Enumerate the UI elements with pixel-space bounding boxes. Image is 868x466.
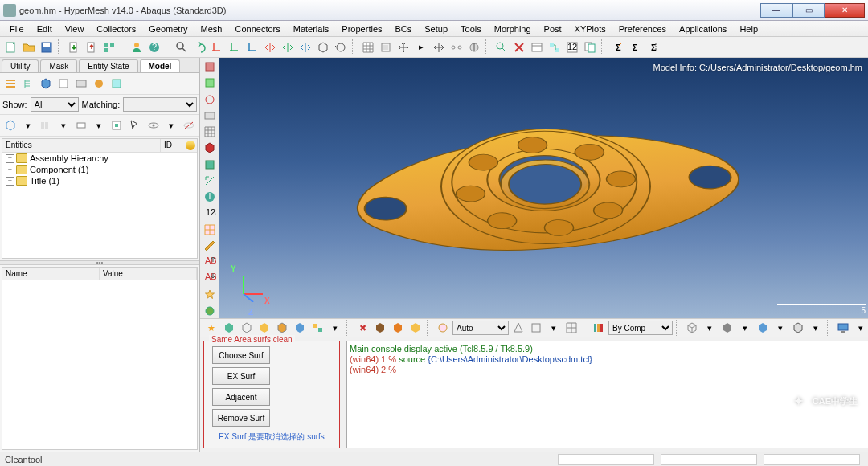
chevron-down-icon[interactable]: ▾: [163, 117, 179, 133]
tab-model[interactable]: Model: [140, 59, 181, 72]
chevron-down-icon[interactable]: ▾: [702, 320, 718, 336]
display-wire-icon[interactable]: [239, 320, 255, 336]
menu-bcs[interactable]: BCs: [389, 22, 419, 35]
ortho-icon[interactable]: [528, 320, 544, 336]
screen-icon[interactable]: [835, 320, 851, 336]
sigma-icon[interactable]: Σ: [627, 39, 643, 55]
delete-red-icon[interactable]: ✖: [354, 320, 371, 336]
side-tool-6-icon[interactable]: [202, 141, 218, 155]
mesh-view-icon[interactable]: [360, 39, 376, 55]
entity-tree[interactable]: Entities ID +Assembly Hierarchy +Compone…: [2, 138, 198, 259]
organize-icon[interactable]: [547, 39, 563, 55]
tree-item-assembly[interactable]: +Assembly Hierarchy: [2, 153, 197, 164]
side-tool-5-icon[interactable]: [202, 125, 218, 139]
side-tool-sphere-icon[interactable]: [202, 304, 218, 318]
side-tool-grid-icon[interactable]: [202, 223, 218, 237]
import-icon[interactable]: [66, 39, 82, 55]
side-tool-1-icon[interactable]: [202, 59, 218, 74]
copy-icon[interactable]: [582, 39, 598, 55]
menu-view[interactable]: View: [59, 22, 91, 35]
chevron-down-icon[interactable]: ▾: [91, 117, 107, 133]
side-tool-8-icon[interactable]: [202, 174, 218, 188]
view-property-icon[interactable]: [108, 76, 125, 92]
menu-setup[interactable]: Setup: [418, 22, 454, 35]
matching-dropdown[interactable]: [123, 97, 197, 112]
view-list-icon[interactable]: [2, 76, 18, 92]
menu-help[interactable]: Help: [733, 22, 764, 35]
tab-mask[interactable]: Mask: [40, 59, 77, 72]
chevron-down-icon[interactable]: ▾: [772, 320, 788, 336]
menu-properties[interactable]: Properties: [335, 22, 388, 35]
menu-applications[interactable]: Applications: [673, 22, 733, 35]
reflect-x-icon[interactable]: [262, 39, 278, 55]
view-tree-icon[interactable]: [20, 76, 36, 92]
reflect-y-icon[interactable]: [280, 39, 296, 55]
chevron-down-icon[interactable]: ▾: [808, 320, 824, 336]
panel-splitter[interactable]: •••: [0, 260, 199, 265]
wire-cube-icon[interactable]: [684, 320, 700, 336]
side-tool-measure-icon[interactable]: [202, 239, 218, 253]
menu-xyplots[interactable]: XYPlots: [568, 22, 612, 35]
color-by-dropdown[interactable]: By Comp: [608, 321, 673, 335]
new-model-icon[interactable]: [3, 39, 19, 55]
reflect-z-icon[interactable]: [297, 39, 313, 55]
adjacent-button[interactable]: Adjacent: [212, 388, 270, 406]
display-shaded-icon[interactable]: [221, 320, 237, 336]
menu-post[interactable]: Post: [538, 22, 568, 35]
show-all-icon[interactable]: [38, 117, 54, 133]
window-minimize-button[interactable]: —: [760, 3, 792, 18]
display-trans-icon[interactable]: [256, 320, 272, 336]
plane-yz-icon[interactable]: [227, 39, 243, 55]
view-component-icon[interactable]: [55, 76, 72, 92]
display-hidden-icon[interactable]: [274, 320, 290, 336]
display-mixed-icon[interactable]: [292, 320, 308, 336]
favorite-icon[interactable]: ★: [203, 320, 219, 336]
hide-icon[interactable]: [73, 117, 89, 133]
user-profiles-icon[interactable]: [129, 39, 145, 55]
display-brown-icon[interactable]: [372, 320, 388, 336]
menu-collectors[interactable]: Collectors: [90, 22, 142, 35]
menu-file[interactable]: File: [3, 22, 31, 35]
open-icon[interactable]: [21, 39, 37, 55]
side-tool-2-icon[interactable]: [202, 76, 218, 90]
mesh-style-icon[interactable]: [563, 320, 579, 336]
3d-viewport[interactable]: Model Info: C:/Users/Administrator/Deskt…: [219, 58, 868, 318]
menu-morphing[interactable]: Morphing: [488, 22, 538, 35]
show-dropdown[interactable]: All: [31, 97, 79, 112]
zoom-icon[interactable]: [174, 39, 190, 55]
side-tool-star-icon[interactable]: [202, 288, 218, 302]
save-icon[interactable]: [39, 39, 55, 55]
chevron-down-icon[interactable]: ▾: [737, 320, 753, 336]
remove-surf-button[interactable]: Remove Surf: [212, 409, 270, 427]
render-mode-dropdown[interactable]: Auto: [452, 321, 509, 335]
view-cube-icon[interactable]: [38, 76, 54, 92]
sigma-edit-icon[interactable]: Σ: [609, 39, 625, 55]
window-close-button[interactable]: ✕: [825, 3, 865, 18]
ex-surf-button[interactable]: EX Surf: [212, 367, 270, 385]
iso-view-icon[interactable]: [315, 39, 331, 55]
cursor-icon[interactable]: [126, 117, 142, 133]
abc-up-icon[interactable]: ABC: [202, 255, 218, 269]
components-icon[interactable]: [101, 39, 117, 55]
eye-off-icon[interactable]: [181, 117, 197, 133]
undo-icon[interactable]: [191, 39, 207, 55]
section-icon[interactable]: [466, 39, 482, 55]
eye-icon[interactable]: [145, 117, 162, 133]
side-tool-4-icon[interactable]: [202, 108, 218, 123]
chevron-down-icon[interactable]: ▾: [327, 320, 343, 336]
sigma-list-icon[interactable]: Σ: [645, 39, 661, 55]
arrow-right-icon[interactable]: ▸: [413, 39, 429, 55]
numbers-icon[interactable]: 123: [202, 206, 218, 220]
shaded-cube-icon[interactable]: [755, 320, 771, 336]
light-icon[interactable]: [435, 320, 451, 336]
menu-edit[interactable]: Edit: [31, 22, 59, 35]
export-icon[interactable]: [84, 39, 100, 55]
display-yellow-icon[interactable]: [407, 320, 424, 336]
pan-icon[interactable]: [395, 39, 411, 55]
expand-icon[interactable]: [431, 39, 447, 55]
display-orange-icon[interactable]: [390, 320, 406, 336]
menu-materials[interactable]: Materials: [287, 22, 336, 35]
chevron-down-icon[interactable]: ▾: [853, 320, 868, 336]
perspective-icon[interactable]: [510, 320, 526, 336]
menu-geometry[interactable]: Geometry: [142, 22, 194, 35]
